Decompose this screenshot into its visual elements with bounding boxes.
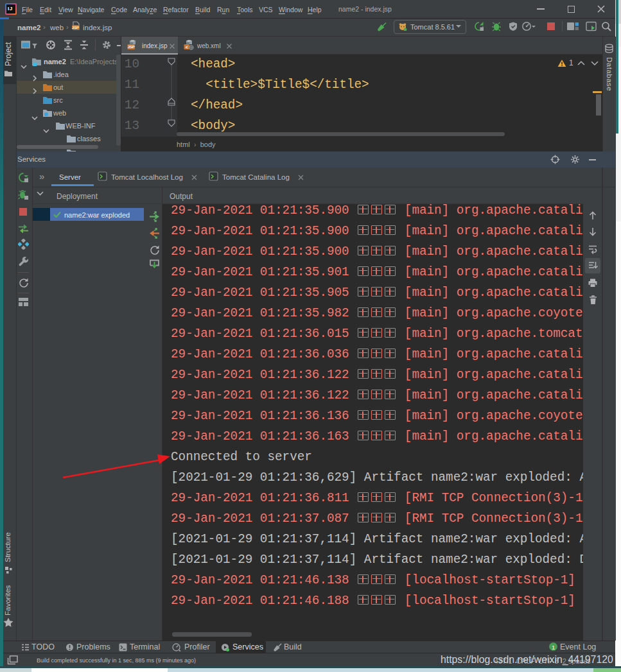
svg-text:<: <: [186, 45, 188, 49]
svg-text:JSP: JSP: [72, 26, 79, 30]
svg-text:JSP: JSP: [128, 45, 135, 49]
